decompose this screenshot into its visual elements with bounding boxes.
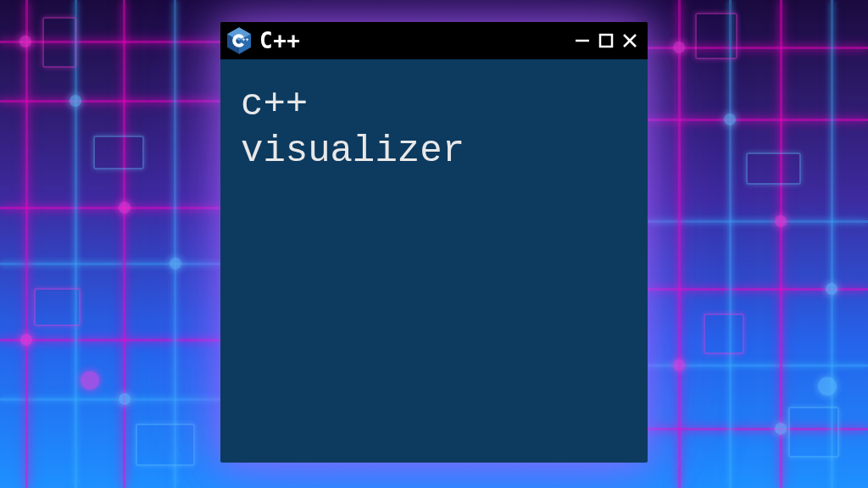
- body-text: c++ visualizer: [241, 81, 627, 175]
- titlebar[interactable]: C++: [220, 22, 648, 59]
- client-area: c++ visualizer: [220, 59, 648, 463]
- window-title: C++: [259, 28, 565, 53]
- svg-rect-6: [247, 38, 248, 41]
- svg-rect-8: [600, 35, 612, 47]
- svg-rect-4: [243, 38, 244, 41]
- app-window: C++ c++ visualizer: [220, 22, 648, 463]
- cpp-hex-icon: [227, 29, 251, 53]
- minimize-button[interactable]: [573, 31, 592, 50]
- window-controls: [573, 31, 639, 50]
- close-button[interactable]: [620, 31, 639, 50]
- maximize-button[interactable]: [597, 31, 615, 50]
